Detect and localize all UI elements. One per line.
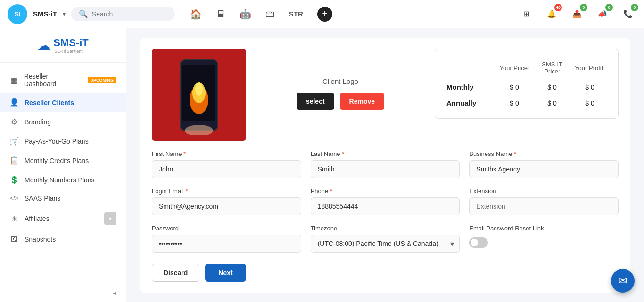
pricing-header-row: Your Price: SMS-iT Price: Your Profit: (446, 57, 607, 79)
brand-avatar[interactable]: SI (8, 4, 27, 24)
saas-icon: </> (9, 195, 19, 202)
timezone-select[interactable]: (UTC-08:00) Pacific Time (US & Canada) (… (311, 235, 460, 253)
sidebar-item-reseller-clients[interactable]: 👤 Reseller Clients (0, 93, 126, 112)
phone-icon-btn[interactable]: 📞0 (619, 6, 636, 23)
top-section: Client Logo select Remove Your Price: SM… (152, 49, 619, 141)
nav-tab-monitor[interactable]: 🖥 (216, 8, 225, 19)
inbox-badge: 0 (580, 4, 587, 11)
nav-tab-plus[interactable]: + (317, 7, 332, 22)
first-name-label: First Name * (152, 150, 301, 157)
business-name-group: Business Name * (469, 150, 619, 178)
nav-tab-inbox[interactable]: 🗃 (265, 8, 275, 19)
payg-icon: 🛒 (9, 137, 19, 146)
nav-tab-robot[interactable]: 🤖 (239, 8, 251, 20)
sidebar-item-label: Monthly Credits Plans (25, 157, 89, 164)
sidebar-item-saas-plans[interactable]: </> SAAS Plans (0, 189, 126, 207)
sidebar-collapse-area: ◂ (0, 284, 126, 302)
col-your-profit: Your Profit: (573, 65, 607, 72)
monthly-profit: $ 0 (573, 83, 607, 91)
inbox-icon-btn[interactable]: 📥0 (569, 6, 586, 23)
phone-image-preview (152, 49, 246, 141)
select-logo-button[interactable]: select (297, 93, 334, 110)
sidebar-item-pay-as-you-go[interactable]: 🛒 Pay-As-You-Go Plans (0, 131, 126, 151)
business-name-label: Business Name * (469, 150, 619, 157)
brand-dropdown-icon[interactable]: ▾ (63, 11, 66, 17)
last-name-input[interactable] (311, 160, 460, 178)
fields-row-3: Password Timezone (UTC-08:00) Pacific Ti… (152, 225, 619, 253)
logo-actions: select Remove (297, 93, 384, 110)
main-layout: ☁ SMS-iT SE-Hi Sentient IT ▦ Reseller Da… (0, 28, 644, 302)
sidebar-item-branding[interactable]: ⚙ Branding (0, 112, 126, 131)
sidebar-item-monthly-numbers[interactable]: 💲 Monthly Numbers Plans (0, 170, 126, 189)
nav-tab-str[interactable]: STR (289, 10, 303, 18)
email-reset-label: Email Password Reset Link (469, 225, 619, 232)
extension-label: Extension (469, 188, 619, 195)
megaphone-icon-btn[interactable]: 📣0 (594, 6, 611, 23)
annually-profit: $ 0 (573, 99, 607, 107)
megaphone-badge: 0 (605, 4, 613, 11)
sidebar-item-monthly-credits[interactable]: 📋 Monthly Credits Plans (0, 151, 126, 170)
next-button[interactable]: Next (205, 264, 246, 282)
col-smst-price: SMS-iT Price: (535, 61, 569, 75)
extension-input[interactable] (469, 197, 619, 215)
sidebar-item-label: Pay-As-You-Go Plans (25, 138, 89, 145)
branding-icon: ⚙ (9, 117, 19, 126)
affiliates-icon: ✳ (9, 214, 19, 223)
monthly-numbers-icon: 💲 (9, 175, 19, 184)
extension-group: Extension (469, 188, 619, 215)
sidebar-logo: ☁ SMS-iT SE-Hi Sentient IT (0, 28, 126, 63)
phone-badge: 0 (631, 4, 638, 11)
dashboard-icon: ▦ (9, 76, 18, 85)
sidebar-item-label: Branding (25, 118, 51, 126)
timezone-group: Timezone (UTC-08:00) Pacific Time (US & … (311, 225, 460, 253)
nav-tabs: 🏠 🖥 🤖 🗃 STR + (190, 7, 332, 22)
pricing-monthly-row: Monthly $ 0 $ 0 $ 0 (446, 79, 607, 95)
timezone-label: Timezone (311, 225, 460, 232)
annually-period-label: Annually (446, 99, 494, 107)
upcoming-badge: UPCOMING (88, 77, 117, 83)
sidebar-item-reseller-dashboard[interactable]: ▦ Reseller Dashboard UPCOMING (0, 67, 126, 93)
logo-cloud-icon: ☁ (37, 38, 50, 53)
affiliates-expand-btn[interactable]: ▾ (104, 212, 116, 225)
client-logo-section: Client Logo select Remove (257, 49, 423, 110)
sidebar-item-label: SAAS Plans (25, 195, 60, 202)
login-email-input[interactable] (152, 197, 301, 215)
bell-icon-btn[interactable]: 🔔49 (543, 6, 560, 23)
clients-icon: 👤 (9, 98, 19, 107)
sidebar-item-affiliates[interactable]: ✳ Affiliates ▾ (0, 207, 126, 230)
monthly-smst-price: $ 0 (535, 83, 569, 91)
email-reset-toggle[interactable] (469, 237, 488, 248)
nav-tab-home[interactable]: 🏠 (190, 8, 202, 20)
sidebar-item-snapshots[interactable]: 🖼 Snapshots (0, 230, 126, 249)
login-email-label: Login Email * (152, 188, 301, 195)
chat-fab-button[interactable]: ✉ (611, 269, 635, 293)
password-group: Password (152, 225, 301, 253)
business-name-input[interactable] (469, 160, 619, 178)
sidebar-menu: ▦ Reseller Dashboard UPCOMING 👤 Reseller… (0, 63, 126, 284)
search-input[interactable] (92, 10, 167, 18)
sidebar: ☁ SMS-iT SE-Hi Sentient IT ▦ Reseller Da… (0, 28, 126, 302)
password-input[interactable] (152, 235, 301, 253)
phone-label: Phone * (311, 188, 460, 195)
client-logo-label: Client Logo (322, 77, 358, 85)
logo-sub: SE-Hi Sentient IT (53, 49, 89, 54)
form-actions: Discard Next (152, 262, 619, 282)
grid-icon-btn[interactable]: ⊞ (518, 6, 535, 23)
sidebar-item-label: Affiliates (25, 215, 50, 222)
first-name-input[interactable] (152, 160, 301, 178)
snapshots-icon: 🖼 (9, 235, 19, 244)
pricing-annually-row: Annually $ 0 $ 0 $ 0 (446, 95, 607, 111)
logo-text: SMS-iT (53, 37, 89, 49)
discard-button[interactable]: Discard (152, 264, 199, 282)
sidebar-item-label: Monthly Numbers Plans (25, 176, 95, 184)
password-label: Password (152, 225, 301, 232)
brand-name: SMS-iT (33, 10, 57, 18)
collapse-sidebar-btn[interactable]: ◂ (113, 288, 116, 297)
sidebar-item-label: Reseller Dashboard (24, 73, 79, 88)
monthly-credits-icon: 📋 (9, 156, 19, 165)
phone-input[interactable] (311, 197, 460, 215)
reseller-client-form: Client Logo select Remove Your Price: SM… (140, 38, 630, 293)
toggle-knob (471, 239, 478, 246)
remove-logo-button[interactable]: Remove (340, 93, 384, 110)
svg-point-4 (195, 82, 203, 96)
